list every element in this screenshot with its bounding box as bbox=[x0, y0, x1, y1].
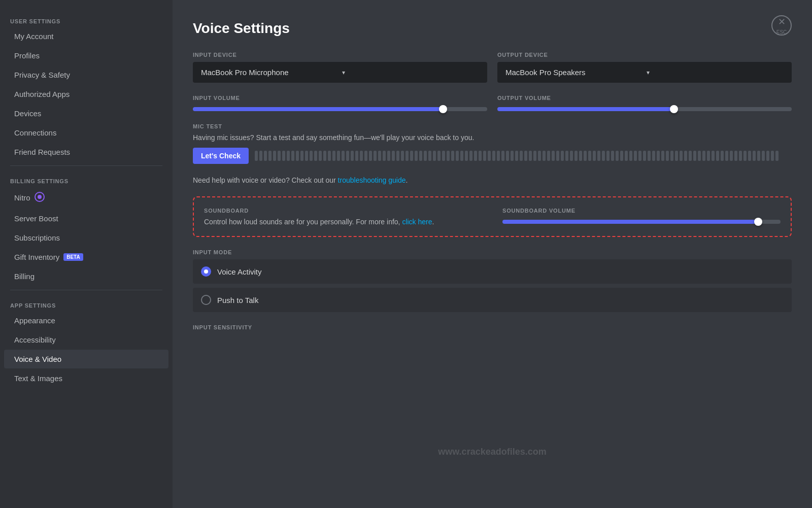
meter-bar bbox=[698, 151, 701, 161]
meter-bar bbox=[387, 151, 390, 161]
close-button[interactable]: ✕ ESC bbox=[771, 15, 792, 36]
troubleshooting-link[interactable]: troubleshooting guide bbox=[338, 176, 406, 184]
meter-bar bbox=[533, 151, 536, 161]
output-device-col: OUTPUT DEVICE MacBook Pro Speakers ▾ bbox=[497, 52, 792, 83]
input-volume-label: INPUT VOLUME bbox=[193, 95, 487, 101]
meter-bar bbox=[410, 151, 413, 161]
meter-bar bbox=[712, 151, 715, 161]
esc-label: ESC bbox=[776, 29, 787, 35]
meter-bar bbox=[465, 151, 468, 161]
meter-bar bbox=[680, 151, 683, 161]
sidebar-item-voice-video[interactable]: Voice & Video bbox=[4, 350, 168, 368]
sidebar-item-friend-requests[interactable]: Friend Requests bbox=[4, 143, 168, 161]
meter-bar bbox=[702, 151, 705, 161]
input-device-col: INPUT DEVICE MacBook Pro Microphone ▾ bbox=[193, 52, 487, 83]
meter-bar bbox=[652, 151, 655, 161]
meter-bar bbox=[721, 151, 724, 161]
soundboard-link[interactable]: click here bbox=[402, 218, 432, 226]
output-volume-slider[interactable] bbox=[497, 107, 792, 111]
sidebar-item-gift-inventory[interactable]: Gift Inventory BETA bbox=[4, 248, 168, 266]
push-to-talk-option[interactable]: Push to Talk bbox=[193, 288, 792, 312]
meter-bar bbox=[538, 151, 541, 161]
meter-bar bbox=[543, 151, 546, 161]
sidebar-item-label: Connections bbox=[14, 128, 56, 137]
sidebar-item-appearance[interactable]: Appearance bbox=[4, 311, 168, 330]
meter-bar bbox=[479, 151, 482, 161]
meter-bar bbox=[300, 151, 303, 161]
meter-bar bbox=[643, 151, 646, 161]
meter-bar bbox=[675, 151, 678, 161]
soundboard-section: SOUNDBOARD Control how loud sounds are f… bbox=[193, 196, 792, 237]
sidebar-item-my-account[interactable]: My Account bbox=[4, 27, 168, 46]
page-title: Voice Settings bbox=[193, 20, 792, 37]
voice-activity-option[interactable]: Voice Activity bbox=[193, 259, 792, 284]
output-volume-thumb[interactable] bbox=[670, 105, 678, 113]
meter-bar bbox=[684, 151, 687, 161]
meter-bar bbox=[529, 151, 532, 161]
meter-bar bbox=[282, 151, 285, 161]
meter-bar bbox=[474, 151, 477, 161]
nitro-icon bbox=[35, 192, 45, 204]
meter-bar bbox=[775, 151, 779, 161]
sidebar-item-text-images[interactable]: Text & Images bbox=[4, 369, 168, 388]
meter-bar bbox=[428, 151, 431, 161]
mic-test-row: Let's Check bbox=[193, 148, 792, 164]
meter-bar bbox=[374, 151, 377, 161]
meter-bar bbox=[460, 151, 463, 161]
meter-bar bbox=[739, 151, 742, 161]
main-content: ✕ ESC Voice Settings INPUT DEVICE MacBoo… bbox=[173, 0, 812, 508]
meter-bar bbox=[734, 151, 737, 161]
meter-bar bbox=[291, 151, 294, 161]
soundboard-desc: Control how loud sounds are for you pers… bbox=[204, 218, 482, 226]
output-device-select[interactable]: MacBook Pro Speakers ▾ bbox=[497, 62, 792, 83]
meter-bar bbox=[574, 151, 578, 161]
meter-bar bbox=[501, 151, 504, 161]
voice-activity-label: Voice Activity bbox=[217, 267, 262, 276]
sidebar-item-label: Voice & Video bbox=[14, 355, 61, 363]
lets-check-button[interactable]: Let's Check bbox=[193, 148, 249, 164]
svg-point-1 bbox=[38, 195, 42, 199]
meter-bar bbox=[725, 151, 728, 161]
meter-bar bbox=[762, 151, 765, 161]
input-volume-col: INPUT VOLUME bbox=[193, 95, 487, 111]
meter-bar bbox=[268, 151, 272, 161]
meter-bar bbox=[396, 151, 399, 161]
meter-bar bbox=[524, 151, 527, 161]
input-device-select[interactable]: MacBook Pro Microphone ▾ bbox=[193, 62, 487, 83]
sidebar-item-subscriptions[interactable]: Subscriptions bbox=[4, 228, 168, 247]
meter-bar bbox=[743, 151, 747, 161]
sidebar-item-authorized-apps[interactable]: Authorized Apps bbox=[4, 85, 168, 104]
meter-bar bbox=[748, 151, 751, 161]
soundboard-volume-slider[interactable] bbox=[502, 220, 781, 224]
meter-bar bbox=[424, 151, 427, 161]
sidebar-item-nitro[interactable]: Nitro bbox=[4, 187, 168, 209]
input-mode-section: INPUT MODE Voice Activity Push to Talk bbox=[193, 249, 792, 312]
soundboard-label: SOUNDBOARD bbox=[204, 208, 482, 214]
soundboard-volume-label: SOUNDBOARD VOLUME bbox=[502, 208, 781, 214]
sidebar-item-accessibility[interactable]: Accessibility bbox=[4, 330, 168, 349]
user-settings-label: USER SETTINGS bbox=[0, 10, 173, 26]
sidebar-item-privacy-safety[interactable]: Privacy & Safety bbox=[4, 65, 168, 84]
sidebar-item-billing[interactable]: Billing bbox=[4, 267, 168, 286]
meter-bar bbox=[584, 151, 587, 161]
sidebar-item-server-boost[interactable]: Server Boost bbox=[4, 209, 168, 228]
voice-activity-radio[interactable] bbox=[201, 266, 211, 277]
app-settings-label: APP SETTINGS bbox=[0, 294, 173, 311]
sidebar-item-connections[interactable]: Connections bbox=[4, 123, 168, 142]
meter-bar bbox=[355, 151, 358, 161]
push-to-talk-radio[interactable] bbox=[201, 295, 211, 305]
sidebar-item-devices[interactable]: Devices bbox=[4, 104, 168, 123]
billing-settings-label: BILLING SETTINGS bbox=[0, 170, 173, 186]
meter-bar bbox=[757, 151, 760, 161]
help-text: Need help with voice or video? Check out… bbox=[193, 176, 792, 184]
input-volume-slider[interactable] bbox=[193, 107, 487, 111]
mic-test-label: MIC TEST bbox=[193, 123, 792, 129]
input-volume-thumb[interactable] bbox=[439, 105, 447, 113]
soundboard-volume-thumb[interactable] bbox=[754, 218, 762, 226]
output-volume-col: OUTPUT VOLUME bbox=[497, 95, 792, 111]
watermark: www.crackeadofiles.com bbox=[438, 447, 546, 457]
sidebar-item-profiles[interactable]: Profiles bbox=[4, 46, 168, 65]
volume-row: INPUT VOLUME OUTPUT VOLUME bbox=[193, 95, 792, 111]
meter-bar bbox=[405, 151, 409, 161]
meter-bar bbox=[442, 151, 445, 161]
